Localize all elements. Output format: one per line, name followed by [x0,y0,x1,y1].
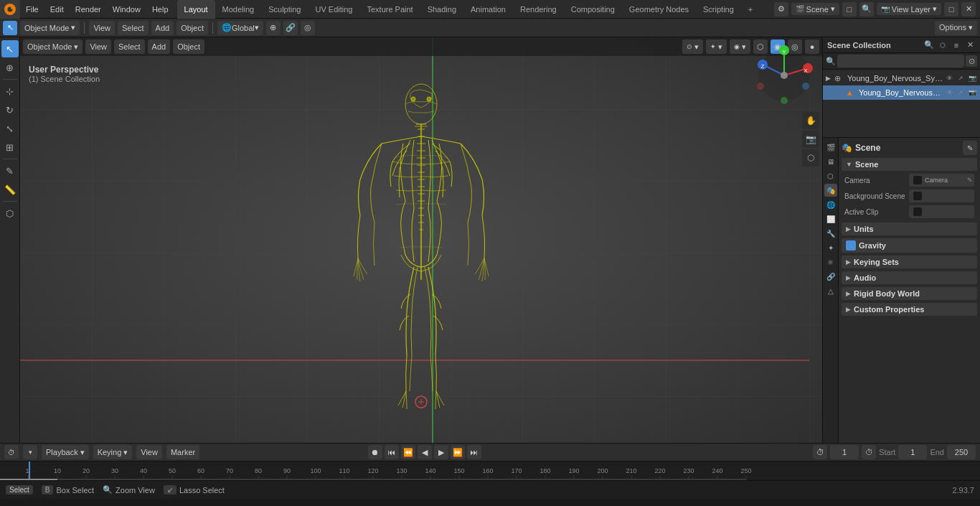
vp-object-menu[interactable]: Object [173,39,204,54]
prop-output-icon[interactable]: 🖥 [824,155,837,168]
play-back-btn[interactable]: ◀ [418,445,432,459]
top-right-icon2[interactable]: □ [842,2,857,17]
vp-tool-hand[interactable]: ✋ [802,112,819,129]
transform-global-btn[interactable]: 🌐 Global ▾ [217,21,263,35]
background-scene-value[interactable] [909,189,974,202]
prop-view-layer-icon[interactable]: ⬡ [824,169,837,182]
toolbar-add[interactable]: Add [151,21,174,35]
menu-file[interactable]: File [20,0,44,19]
toolbar-select[interactable]: Select [118,21,149,35]
custom-props-header[interactable]: ▶ Custom Properties [842,303,977,316]
prop-modifier-icon[interactable]: 🔧 [824,227,837,240]
menu-help[interactable]: Help [146,0,174,19]
pivot-btn[interactable]: ⊕ [266,21,281,35]
tab-scripting[interactable]: Scripting [696,0,741,19]
scene-dropdown[interactable]: 🎬 Scene ▾ [791,3,839,15]
start-frame-input[interactable]: 1 [898,445,927,459]
timeline-dropdown-btn[interactable]: ▾ [23,445,37,459]
snap-btn[interactable]: 🔗 [283,21,298,35]
end-frame-input[interactable]: 250 [947,445,976,459]
tab-modeling[interactable]: Modeling [215,0,262,19]
vis-icon-render[interactable]: 📷 [967,73,977,83]
outliner-item-mesh[interactable]: ▶ ▲ Young_Boy_Nervous_Syst 👁 ↗ 📷 [823,85,980,100]
layer-dropdown[interactable]: 📷 View Layer ▾ [877,3,941,15]
timeline-ruler[interactable]: 1 10 20 30 40 50 60 70 80 90 1 [0,462,980,480]
top-right-icon1[interactable]: ⚙ [774,2,788,17]
tab-uv-editing[interactable]: UV Editing [308,0,359,19]
vis-icon-click[interactable]: ↗ [956,73,966,83]
menu-edit[interactable]: Edit [44,0,70,19]
vp-shading-btn[interactable]: ◉▾ [730,39,750,54]
vp-select-menu[interactable]: Select [114,39,145,54]
vis-icon-eye[interactable]: 👁 [944,73,954,83]
toolbar-object[interactable]: Object [176,21,208,35]
tool-transform[interactable]: ⊞ [1,139,19,156]
prop-constraints-icon[interactable]: 🔗 [824,270,837,283]
prop-world-icon[interactable]: 🌐 [824,198,837,211]
play-btn[interactable]: ▶ [434,445,448,459]
tab-layout[interactable]: Layout [177,0,215,19]
current-frame-input[interactable]: 1 [830,445,859,459]
vp-overlay-btn[interactable]: ⊙▾ [682,39,703,54]
units-header[interactable]: ▶ Units [842,222,977,235]
vp-tool-layer[interactable]: ⬡ [802,149,819,167]
top-right-icon3[interactable]: 🔍 [859,2,874,17]
audio-header[interactable]: ▶ Audio [842,271,977,284]
tab-compositing[interactable]: Compositing [564,0,622,19]
gravity-header[interactable]: ✓ Gravity [842,238,977,253]
jump-end-btn[interactable]: ⏭ [467,445,481,459]
vis-icon-click2[interactable]: ↗ [956,88,966,98]
tool-measure[interactable]: 📏 [1,181,19,198]
gravity-checkbox[interactable]: ✓ [846,240,856,250]
time-mode-btn[interactable]: ⏱ [813,445,827,459]
timeline-mode-btn[interactable]: ⏱ [4,445,19,459]
top-right-icon4[interactable]: □ [944,2,958,17]
options-btn[interactable]: Options ▾ [935,21,977,35]
rigid-body-header[interactable]: ▶ Rigid Body World [842,287,977,300]
tool-move[interactable]: ⊹ [1,83,19,100]
active-clip-value[interactable] [909,205,974,218]
timeline-view-btn[interactable]: View [136,445,162,459]
vis-icon-eye2[interactable]: 👁 [944,88,954,98]
camera-value[interactable]: Camera ✎ [909,174,974,187]
prop-render-icon[interactable]: 🎬 [824,141,837,154]
viewport-gizmo[interactable]: X Y Z [752,43,816,108]
menu-window[interactable]: Window [107,0,146,19]
outliner-search-input[interactable] [837,55,964,67]
options-dropdown[interactable]: Options ▾ [935,21,977,35]
tool-add-cube[interactable]: ⬡ [1,205,19,222]
prop-particles-icon[interactable]: ✦ [824,241,837,254]
tool-rotate[interactable]: ↻ [1,101,19,118]
tab-shading[interactable]: Shading [420,0,463,19]
jump-start-btn[interactable]: ⏮ [385,445,399,459]
outliner-filter-btn[interactable]: ⊙ [966,55,977,67]
outliner-filter-icon[interactable]: 🔍 [923,39,935,51]
vp-object-mode[interactable]: Object Mode▾ [23,39,83,54]
scene-section-header[interactable]: ▼ Scene [842,158,977,171]
proportional-btn[interactable]: ◎ [301,21,315,35]
tool-scale[interactable]: ⤡ [1,120,19,137]
viewport[interactable]: Object Mode▾ View Select Add Object ⊙▾ ✦… [20,37,822,443]
tool-select[interactable]: ↖ [1,40,19,57]
step-back-btn[interactable]: ⏪ [401,445,415,459]
outliner-plus-icon[interactable]: ✕ [964,39,976,51]
outliner-settings-icon[interactable]: ≡ [951,39,962,51]
vp-add-menu[interactable]: Add [148,39,171,54]
timeline-playback-btn[interactable]: Playback▾ [42,445,89,459]
keying-sets-header[interactable]: ▶ Keying Sets [842,256,977,268]
top-right-icon5[interactable]: ✕ [961,2,976,17]
toolbar-view[interactable]: View [89,21,115,35]
vp-view-menu[interactable]: View [85,39,111,54]
outliner-search-icon[interactable]: ⬡ [937,39,948,51]
step-forward-btn[interactable]: ⏩ [451,445,465,459]
tab-texture-paint[interactable]: Texture Paint [359,0,420,19]
prop-object-icon[interactable]: ⬜ [824,212,837,225]
vp-gizmo-btn[interactable]: ✦▾ [706,39,727,54]
outliner-item-collection[interactable]: ▶ ⊕ Young_Boy_Nervous_System 👁 ↗ 📷 [823,71,980,85]
menu-render[interactable]: Render [70,0,107,19]
prop-scene-icon[interactable]: 🎭 [824,184,837,197]
timeline-marker-btn[interactable]: Marker [166,445,199,459]
prop-data-icon[interactable]: △ [824,284,837,297]
tool-annotate[interactable]: ✎ [1,162,19,179]
tab-geometry-nodes[interactable]: Geometry Nodes [622,0,696,19]
